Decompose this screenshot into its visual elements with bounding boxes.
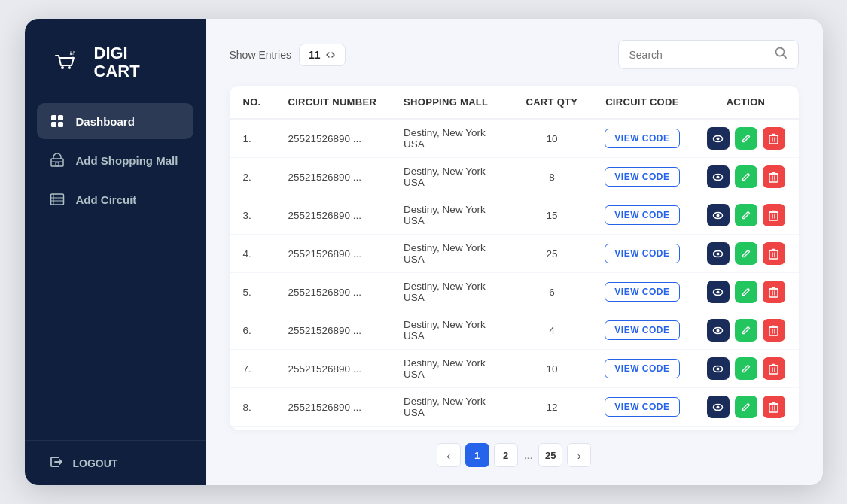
cell-no: 4.	[230, 235, 275, 273]
edit-button[interactable]	[735, 357, 757, 380]
delete-button[interactable]	[763, 281, 785, 303]
data-table: NO. CIRCUIT NUMBER SHOPPING MALL CART QT…	[230, 86, 799, 430]
logout-icon	[49, 454, 64, 472]
data-table-container: NO. CIRCUIT NUMBER SHOPPING MALL CART QT…	[230, 86, 799, 430]
edit-button[interactable]	[735, 242, 757, 265]
cell-circuit: 25521526890 ...	[275, 119, 391, 158]
view-code-button[interactable]: VIEW CODE	[605, 244, 679, 263]
sidebar-item-dashboard[interactable]: Dashboard	[37, 103, 193, 139]
edit-button[interactable]	[735, 127, 757, 150]
cell-mall: Destiny, New York USA	[390, 196, 512, 235]
view-button[interactable]	[707, 319, 730, 342]
cell-mall: Destiny, New York USA	[390, 119, 512, 158]
cell-action	[693, 350, 799, 388]
view-code-button[interactable]: VIEW CODE	[605, 205, 679, 225]
sidebar-nav: Dashboard Add Shopping Mall	[25, 103, 206, 440]
view-code-button[interactable]: VIEW CODE	[605, 167, 679, 187]
view-button[interactable]	[707, 281, 730, 303]
col-circuit-code: CIRCUIT CODE	[591, 86, 693, 119]
pagination-page-2[interactable]: 2	[494, 443, 518, 467]
view-button[interactable]	[707, 127, 730, 150]
svg-point-4	[73, 51, 75, 53]
view-button[interactable]	[707, 204, 730, 226]
pagination-dots: ...	[523, 449, 535, 461]
dashboard-icon	[49, 113, 66, 129]
view-button[interactable]	[707, 357, 730, 380]
entries-select[interactable]: 11	[299, 44, 346, 66]
sidebar-logo: DIGI CART	[25, 19, 206, 103]
svg-point-22	[717, 137, 720, 140]
svg-point-3	[69, 53, 71, 55]
cell-mall: Destiny, New York USA	[390, 311, 512, 350]
view-code-button[interactable]: VIEW CODE	[605, 359, 679, 378]
col-no: NO.	[230, 86, 275, 119]
view-button[interactable]	[707, 396, 730, 418]
svg-point-28	[717, 175, 720, 178]
svg-point-5	[72, 56, 74, 57]
col-action: ACTION	[693, 86, 799, 119]
entries-value: 11	[309, 49, 321, 61]
sidebar-item-label: Dashboard	[76, 115, 135, 128]
logout-button[interactable]: LOGOUT	[25, 440, 206, 485]
cell-mall: Destiny, New York USA	[390, 158, 512, 196]
delete-button[interactable]	[763, 319, 785, 342]
col-cart-qty: CART QTY	[512, 86, 591, 119]
edit-button[interactable]	[735, 165, 757, 188]
cell-no: 5.	[230, 273, 275, 311]
delete-button[interactable]	[763, 242, 785, 265]
pagination-page-1[interactable]: 1	[465, 443, 489, 467]
cell-circuit: 25521526890 ...	[275, 350, 391, 388]
pagination-next[interactable]: ›	[567, 443, 591, 467]
table-header-row: NO. CIRCUIT NUMBER SHOPPING MALL CART QT…	[230, 86, 799, 119]
view-code-button[interactable]: VIEW CODE	[605, 320, 679, 340]
search-icon[interactable]	[774, 46, 788, 63]
delete-button[interactable]	[763, 396, 785, 418]
cell-qty: 10	[512, 119, 591, 158]
cell-action	[693, 311, 799, 350]
delete-button[interactable]	[763, 165, 785, 188]
table-row: 5. 25521526890 ... Destiny, New York USA…	[230, 273, 799, 311]
app-wrapper: DIGI CART Dashboard	[25, 19, 823, 485]
cell-action	[693, 158, 799, 196]
view-button[interactable]	[707, 242, 730, 265]
cell-action	[693, 388, 799, 427]
table-row: 6. 25521526890 ... Destiny, New York USA…	[230, 311, 799, 350]
sidebar-item-add-shopping-mall[interactable]: Add Shopping Mall	[37, 142, 193, 178]
cell-code: VIEW CODE	[591, 196, 693, 235]
cell-circuit: 25521526890 ...	[275, 158, 391, 196]
svg-rect-53	[769, 327, 778, 335]
edit-button[interactable]	[735, 281, 757, 303]
svg-point-46	[717, 290, 720, 293]
cell-mall: Destiny, New York USA	[390, 388, 512, 427]
delete-button[interactable]	[763, 204, 785, 226]
table-row: 2. 25521526890 ... Destiny, New York USA…	[230, 158, 799, 196]
cell-mall: Destiny, New York USA	[390, 350, 512, 388]
svg-rect-59	[769, 366, 778, 374]
svg-rect-9	[58, 115, 63, 120]
cell-code: VIEW CODE	[591, 235, 693, 273]
svg-point-2	[68, 66, 71, 69]
svg-rect-41	[769, 250, 778, 259]
action-buttons	[707, 242, 785, 265]
cell-code: VIEW CODE	[591, 350, 693, 388]
svg-point-58	[717, 367, 720, 370]
action-buttons	[707, 204, 785, 226]
pagination-prev[interactable]: ‹	[437, 443, 461, 467]
view-code-button[interactable]: VIEW CODE	[605, 129, 679, 148]
view-code-button[interactable]: VIEW CODE	[605, 282, 679, 302]
sidebar-item-add-circuit[interactable]: Add Circuit	[37, 181, 193, 217]
svg-line-20	[783, 55, 786, 58]
delete-button[interactable]	[763, 127, 785, 150]
search-input[interactable]	[629, 49, 768, 61]
view-button[interactable]	[707, 165, 730, 188]
edit-button[interactable]	[735, 396, 757, 418]
view-code-button[interactable]: VIEW CODE	[605, 397, 679, 417]
cell-code: VIEW CODE	[591, 158, 693, 196]
edit-button[interactable]	[735, 319, 757, 342]
svg-point-40	[717, 252, 720, 255]
action-buttons	[707, 165, 785, 188]
edit-button[interactable]	[735, 204, 757, 226]
delete-button[interactable]	[763, 357, 785, 380]
pagination-page-25[interactable]: 25	[538, 443, 562, 467]
cell-action	[693, 273, 799, 311]
